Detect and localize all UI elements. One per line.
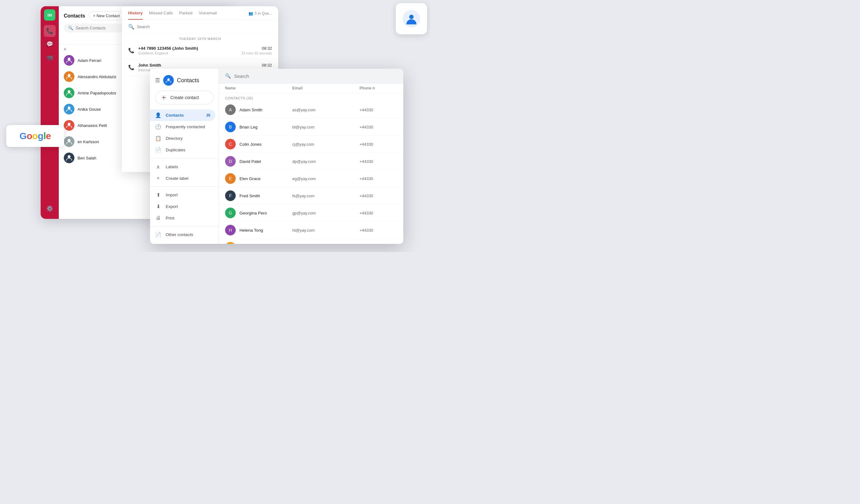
gc-email: cj@yay.com [292, 142, 359, 147]
gc-avatar: F [225, 190, 236, 201]
gc-print-icon: 🖨 [155, 215, 161, 221]
gc-contacts-icon: 👤 [155, 112, 161, 118]
history-search-input[interactable] [137, 24, 272, 29]
gc-email: fs@yay.com [292, 193, 359, 198]
gc-other-contacts-label: Other contacts [166, 232, 193, 237]
gc-nav-create-label[interactable]: + Create label [150, 173, 215, 184]
gc-email: gp@yay.com [292, 211, 359, 215]
google-contacts-modal: ☰ Contacts Create contact 👤 Contac [150, 69, 403, 244]
gc-export-label: Export [166, 204, 178, 209]
gc-contact-row[interactable]: I Ian Jones ij@yay.com +44330 [219, 239, 403, 244]
gc-nav-frequently[interactable]: 🕐 Frequently contacted [150, 121, 215, 132]
gc-contact-row[interactable]: G Georgina Pero gp@yay.com +44330 [219, 204, 403, 222]
gc-phone: +44330 [359, 211, 397, 215]
gc-contact-row[interactable]: A Adam Smith as@yay.com +44330 [219, 101, 403, 118]
svg-point-2 [68, 90, 71, 93]
gc-nav-contacts[interactable]: 👤 Contacts 35 [150, 110, 215, 121]
gc-directory-icon: 📋 [155, 135, 161, 141]
gc-labels-label: Labels [166, 164, 178, 169]
gc-create-contact-button[interactable]: Create contact [155, 91, 214, 104]
gc-email: ht@yay.com [292, 228, 359, 233]
gc-nav-import[interactable]: ⬆ Import [150, 189, 215, 201]
gc-nav-contacts-label: Contacts [166, 113, 184, 118]
call-incoming-icon: 📞 [128, 47, 134, 54]
gc-nav-print[interactable]: 🖨 Print [150, 212, 215, 224]
sidebar-item-chat[interactable]: 💬 [44, 38, 56, 50]
gc-export-icon: ⬇ [155, 203, 161, 210]
sidebar-item-settings[interactable]: ⚙️ [44, 203, 56, 215]
gc-phone: +44330 [359, 107, 397, 112]
gc-nav-duplicates-label: Duplicates [166, 147, 185, 152]
gc-main-content: 🔍 Name Email Phone n CONTACTS (35) A Ada… [219, 69, 403, 244]
tab-parked[interactable]: Parked [179, 11, 192, 20]
contact-avatar [64, 88, 74, 98]
search-icon: 🔍 [68, 26, 73, 30]
gc-nav-duplicates[interactable]: 📄 Duplicates [150, 144, 215, 156]
profile-person-icon [403, 10, 420, 28]
gc-contact-name: Brian Leg [240, 125, 258, 129]
gc-contact-row[interactable]: D David Patel dp@yay.com +44330 [219, 153, 403, 170]
gc-contact-name: Elen Grace [240, 176, 261, 181]
tab-history[interactable]: History [128, 11, 143, 20]
gc-print-label: Print [166, 216, 174, 220]
queue-info: 👥 5 in Que... [248, 11, 272, 19]
gc-email: eg@yay.com [292, 176, 359, 181]
gc-contact-name: Colin Jones [240, 142, 262, 147]
gc-phone: +44330 [359, 176, 397, 181]
gc-contact-name-cell: G Georgina Pero [225, 207, 292, 218]
contact-avatar [64, 55, 74, 66]
gc-contact-name-cell: F Fred Smith [225, 190, 292, 201]
gc-contact-row[interactable]: B Brian Leg bl@yay.com +44330 [219, 118, 403, 136]
gc-phone: +44330 [359, 125, 397, 129]
svg-point-6 [68, 155, 71, 158]
tab-missed-calls[interactable]: Missed Calls [149, 11, 173, 20]
call-time-block: 08:32 23 mins 32 seconds [241, 46, 272, 55]
sidebar-item-phone[interactable]: 📞 [44, 25, 56, 37]
google-o2: o [32, 131, 38, 141]
google-o1: o [27, 131, 32, 141]
gc-create-label: Create contact [170, 95, 199, 100]
gc-nav-directory[interactable]: 📋 Directory [150, 132, 215, 144]
gc-labels-expand-icon: ∧ [155, 164, 161, 170]
user-avatar[interactable]: IM [44, 9, 55, 20]
gc-contact-row[interactable]: F Fred Smith fs@yay.com +44330 [219, 187, 403, 204]
gc-menu-icon[interactable]: ☰ [155, 77, 160, 84]
gc-nav-frequently-label: Frequently contacted [166, 125, 205, 129]
gc-contact-name-cell: A Adam Smith [225, 104, 292, 115]
gc-nav-export[interactable]: ⬇ Export [150, 201, 215, 212]
new-contact-button[interactable]: + New Contact [89, 11, 124, 20]
gc-contact-row[interactable]: C Colin Jones cj@yay.com +44330 [219, 136, 403, 153]
google-logo-card: Google [6, 125, 64, 147]
gc-contact-row[interactable]: E Elen Grace eg@yay.com +44330 [219, 170, 403, 187]
gc-nav-labels[interactable]: ∧ Labels [150, 161, 215, 173]
queue-icon: 👥 [248, 11, 253, 16]
gc-phone: +44330 [359, 159, 397, 164]
gc-create-label-icon: + [155, 175, 161, 181]
call-entry[interactable]: 📞 +44 7890 123456 (John Smith) Guildford… [122, 42, 278, 59]
gc-nav-other-contacts[interactable]: 📄 Other contacts [150, 229, 215, 241]
gc-avatar: D [225, 156, 236, 167]
gc-table-header: Name Email Phone n [219, 84, 403, 93]
gc-contacts-list: CONTACTS (35) A Adam Smith as@yay.com +4… [219, 93, 403, 244]
gc-contact-name: Adam Smith [240, 107, 262, 112]
contact-avatar [64, 104, 74, 114]
new-contact-label: + New Contact [93, 13, 120, 18]
contacts-heading: Contacts [64, 13, 85, 19]
tab-voicemail[interactable]: Voicemail [199, 11, 217, 20]
call-info: +44 7890 123456 (John Smith) Guildford, … [138, 46, 241, 55]
gc-contact-name-cell: B Brian Leg [225, 121, 292, 132]
gc-search-input[interactable] [234, 73, 397, 79]
svg-point-0 [68, 58, 71, 61]
gc-search-row: 🔍 [219, 69, 403, 84]
google-e: e [46, 131, 51, 141]
gc-contact-name: Georgina Pero [240, 211, 267, 215]
call-incoming-icon: 📞 [128, 64, 134, 70]
gc-contact-name: Helena Tong [240, 228, 263, 233]
gc-contacts-badge: 35 [206, 113, 210, 118]
gc-create-label-text: Create label [166, 176, 188, 181]
contact-avatar [64, 136, 74, 147]
gc-contact-name-cell: D David Patel [225, 156, 292, 167]
sidebar-item-video[interactable]: 📹 [44, 51, 56, 63]
gc-contact-row[interactable]: H Helena Tong ht@yay.com +44330 [219, 222, 403, 239]
profile-card[interactable] [396, 3, 427, 34]
